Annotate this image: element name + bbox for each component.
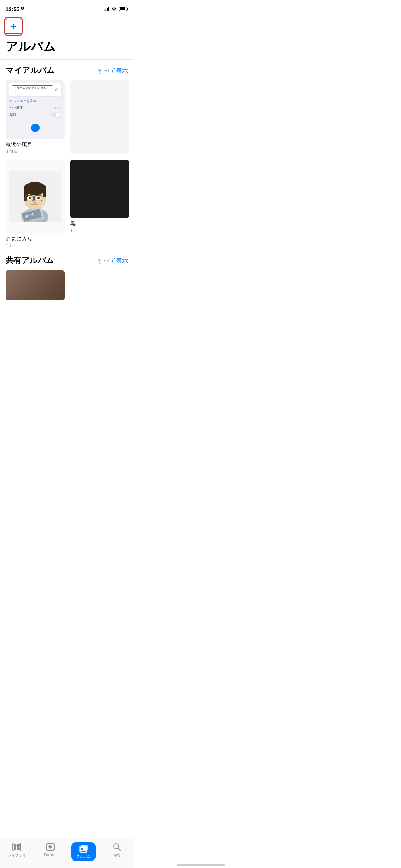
- svg-rect-9: [43, 190, 46, 197]
- shared-album-item[interactable]: [6, 270, 65, 300]
- filter-tag: アルバム 次と等しい ホワイト: [12, 85, 53, 94]
- add-album-button[interactable]: [6, 19, 21, 34]
- page-title: アルバム: [0, 37, 134, 59]
- album-item-favorites[interactable]: Num! お気に入り 18: [6, 160, 65, 233]
- shared-album-row: [0, 270, 134, 300]
- album-name-recent: 最近の項目: [6, 141, 65, 148]
- shared-album-thumb: [6, 270, 65, 300]
- album-thumb-white: [70, 80, 129, 154]
- sort-row: 並び順序 なし: [9, 105, 62, 110]
- shared-albums-section: 共有アルバム すべて表示: [0, 249, 134, 300]
- my-albums-show-all[interactable]: すべて表示: [98, 67, 128, 75]
- my-albums-header: マイアルバム すべて表示: [0, 60, 134, 80]
- status-bar: 12:55: [0, 0, 134, 16]
- thumb-add-btn: +: [31, 124, 40, 132]
- album-item-white[interactable]: ホワイト 1: [70, 80, 129, 154]
- album-count-recent: 3,486: [6, 149, 65, 154]
- location-icon: [21, 7, 24, 11]
- header-bar: [0, 16, 134, 37]
- svg-rect-1: [127, 8, 128, 10]
- limit-row: 制限: [9, 112, 62, 117]
- signal-icon: [104, 7, 109, 11]
- shared-albums-show-all[interactable]: すべて表示: [98, 257, 128, 265]
- svg-point-16: [37, 197, 40, 199]
- album-name-black: 黒: [70, 221, 129, 227]
- wifi-icon: [111, 7, 117, 11]
- shared-albums-title: 共有アルバム: [6, 255, 54, 266]
- album-name-favorites: お気に入り: [6, 236, 65, 242]
- album-thumb-recent: アルバム 次と等しい ホワイト ⊖ ⊕ フィルタを追加 並び順序 なし 制限 +: [6, 80, 65, 139]
- album-thumb-favorites: Num!: [6, 160, 65, 233]
- album-item-black[interactable]: 黒 1: [70, 160, 129, 233]
- status-icons: [104, 7, 128, 11]
- character-illustration: Num!: [9, 171, 61, 222]
- svg-point-14: [29, 197, 31, 199]
- minus-icon: ⊖: [55, 87, 58, 92]
- status-time: 12:55: [6, 6, 19, 12]
- add-filter-label: ⊕ フィルタを追加: [9, 99, 62, 103]
- album-row-1: アルバム 次と等しい ホワイト ⊖ ⊕ フィルタを追加 並び順序 なし 制限 +…: [0, 80, 134, 154]
- shared-albums-header: 共有アルバム すべて表示: [0, 249, 134, 270]
- battery-icon: [119, 7, 128, 11]
- album-item-recent[interactable]: アルバム 次と等しい ホワイト ⊖ ⊕ フィルタを追加 並び順序 なし 制限 +…: [6, 80, 65, 154]
- limit-toggle: [50, 112, 60, 117]
- album-count-favorites: 18: [6, 243, 65, 248]
- album-thumb-black: [70, 160, 129, 218]
- album-count-black: 1: [70, 228, 129, 233]
- my-albums-title: マイアルバム: [6, 65, 55, 76]
- filter-row: アルバム 次と等しい ホワイト ⊖: [9, 83, 62, 97]
- album-row-2: Num! お気に入り 18 黒 1: [0, 154, 134, 233]
- svg-rect-2: [120, 7, 125, 10]
